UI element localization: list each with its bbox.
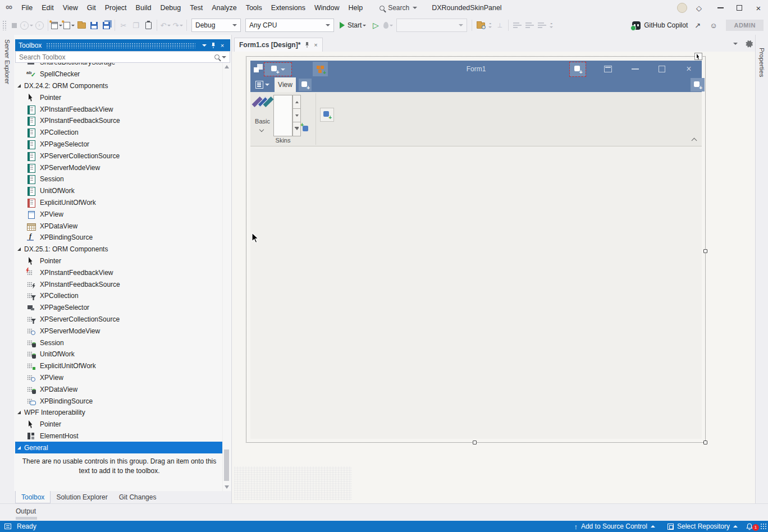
toolbox-item[interactable]: XPInstantFeedbackView [15,103,222,115]
toolbox-item[interactable]: XPServerModeView [15,162,222,173]
pin-button[interactable] [209,42,218,49]
toolbox-item[interactable]: XPServerModeView [15,325,222,337]
copy-button[interactable]: ❐ [130,18,142,33]
solution-platform-combo[interactable]: Any CPU [245,19,334,32]
toolbox-item[interactable]: UnitOfWork [15,348,222,360]
menu-item[interactable]: View [58,0,83,16]
gear-icon[interactable] [744,39,753,48]
document-list-chevron-icon[interactable] [733,43,738,45]
skin-gallery-button[interactable]: Basic [252,94,273,137]
panel-tab[interactable]: Toolbox [15,491,51,503]
menu-item[interactable]: Git [83,0,100,16]
menu-item[interactable]: Extensions [267,0,310,16]
ribbon-tab-view[interactable]: View [275,77,296,92]
chevron-down-icon[interactable] [222,56,226,58]
toolbox-item[interactable]: Pointer [15,419,222,430]
menu-item[interactable]: Window [310,0,344,16]
navigate-back-button[interactable]: ‹ [20,18,33,33]
toolbox-scrollbar[interactable] [222,63,230,491]
feedback-icon[interactable] [4,524,11,529]
save-all-button[interactable] [100,18,112,33]
form-close-button[interactable]: × [680,61,697,77]
menu-item[interactable]: Test [185,0,207,16]
toolbox-item[interactable]: XPDataView [15,383,222,395]
close-document-icon[interactable]: × [314,42,317,48]
toolbox-item[interactable]: SpellChecker [15,68,222,80]
add-ribbon-tab-button[interactable] [299,79,312,91]
maximize-button[interactable] [730,0,749,16]
menu-item[interactable]: Edit [37,0,58,16]
menu-item[interactable]: Analyze [207,0,241,16]
toolbox-item[interactable]: ExplicitUnitOfWork [15,197,222,209]
new-file-button[interactable]: * [63,18,75,33]
stop-button[interactable] [8,18,20,33]
redo-button[interactable]: ↷ [172,18,184,33]
undo-button[interactable]: ↶ [159,18,172,33]
hot-reload-button[interactable] [382,18,394,33]
live-share-person-icon[interactable]: ☺ [705,21,721,30]
add-to-source-control-button[interactable]: ↑ Add to Source Control [569,522,660,531]
align-centers-button[interactable] [523,18,536,33]
find-in-files-button[interactable] [474,18,487,33]
save-button[interactable] [88,18,100,33]
close-button[interactable]: × [749,0,768,16]
open-file-button[interactable] [75,18,88,33]
toolbar-grip[interactable] [2,20,7,30]
admin-button[interactable]: ADMIN [726,20,764,31]
search-icon[interactable] [214,54,220,59]
align-lefts-button[interactable] [511,18,523,33]
resize-handle-bottom[interactable] [473,441,477,444]
user-avatar[interactable] [677,3,687,13]
toolbox-search-input[interactable] [16,53,214,61]
drag-handle-dots[interactable] [46,43,195,48]
start-debug-button[interactable]: Start [336,18,369,33]
toolbox-header[interactable]: Toolbox × [15,39,230,51]
form-client-area[interactable] [250,146,702,439]
form-selection-border[interactable]: Form1 × View [246,56,706,443]
toolbox-item[interactable]: Session [15,337,222,348]
output-panel-tab[interactable]: Output [16,507,36,515]
toolbox-item[interactable]: SharedDictionaryStorage [15,63,222,68]
toolbox-item[interactable]: Pointer [15,255,222,267]
resize-grip[interactable] [760,523,767,530]
add-ribbon-item-button[interactable] [691,78,705,91]
pin-icon[interactable] [304,42,310,48]
panel-tab[interactable]: Git Changes [113,491,162,503]
cut-button[interactable]: ✂ [117,18,130,33]
toolbox-item[interactable]: XPInstantFeedbackSource [15,278,222,290]
panel-tab[interactable]: Solution Explorer [51,491,113,503]
ribbon-display-options-button[interactable] [600,61,616,77]
gallery-dropdown-button[interactable] [292,122,301,136]
menu-item[interactable]: Debug [156,0,185,16]
smart-tag-button[interactable] [694,53,702,60]
toolbox-item[interactable]: XPServerCollectionSource [15,314,222,325]
toolbox-item[interactable]: General [15,442,222,453]
gallery-scroll-down-button[interactable] [292,108,301,122]
form-designer-surface[interactable]: Form1 × View [232,52,755,503]
toolbox-item[interactable]: XPPageSelector [15,302,222,314]
resize-handle-right[interactable] [703,249,707,253]
search-control[interactable]: Search [375,3,422,13]
new-project-button[interactable]: * [51,18,63,33]
form-title-bar[interactable]: Form1 × [250,61,702,77]
toolbox-item[interactable]: Pointer [15,91,222,103]
toolbox-item[interactable]: XPView [15,208,222,220]
toolbox-item[interactable]: ExplicitUnitOfWork [15,360,222,372]
scroll-down-icon[interactable] [225,485,229,489]
toolbox-item[interactable]: WPF Interoperability [15,407,222,419]
menu-item[interactable]: File [17,0,37,16]
layout-options-button[interactable]: “ [548,23,555,28]
designed-form[interactable]: Form1 × View [250,61,702,439]
toolbox-item[interactable]: XPDataView [15,220,222,232]
find-options-button[interactable]: “ [487,23,493,28]
toolbox-item[interactable]: XPCollection [15,127,222,139]
toolbox-item[interactable]: XPView [15,372,222,384]
close-panel-button[interactable]: × [218,42,227,49]
toolbox-item[interactable]: DX.25.1: ORM Components [15,244,222,255]
select-repository-button[interactable]: Select Repository [663,522,742,530]
ribbon-collapse-chevron-icon[interactable] [692,138,697,144]
share-icon[interactable]: ↗ [690,21,705,30]
toolbox-item[interactable]: UnitOfWork [15,185,222,197]
toolbox-item[interactable]: XPInstantFeedbackSource [15,115,222,127]
toolbox-item[interactable]: DX.24.2: ORM Components [15,80,222,92]
